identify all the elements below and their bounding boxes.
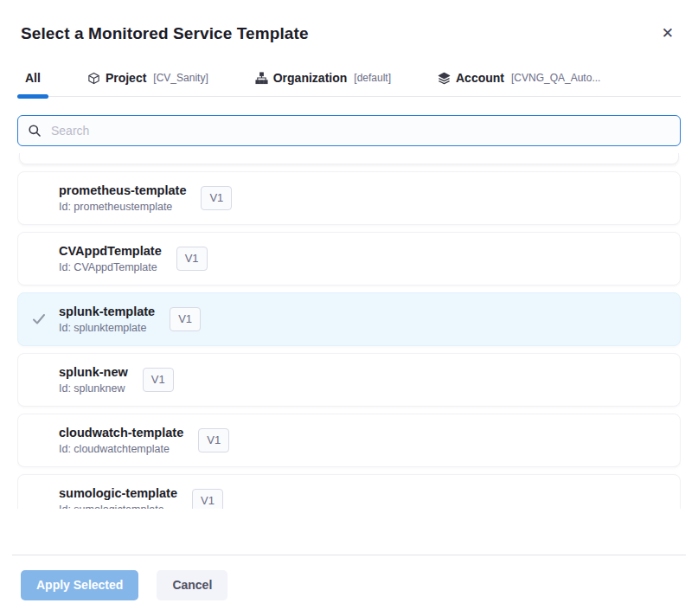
tab-organization-scope: [default] (354, 72, 391, 84)
tab-organization[interactable]: Organization [default] (247, 64, 399, 96)
template-list: prometheus-template Id: prometheustempla… (17, 153, 681, 509)
list-item-partial (19, 153, 679, 164)
template-meta: prometheus-template Id: prometheustempla… (59, 183, 186, 214)
template-meta: CVAppdTemplate Id: CVAppdTemplate (59, 243, 162, 274)
tab-all[interactable]: All (17, 64, 48, 96)
template-name: splunk-new (59, 364, 128, 380)
modal-footer: Apply Selected Cancel (0, 555, 698, 600)
checkmark-icon (18, 311, 59, 327)
template-list-item[interactable]: cloudwatch-template Id: cloudwatchtempla… (17, 414, 681, 467)
template-list-item[interactable]: splunk-template Id: splunktemplate V1 (17, 292, 681, 346)
template-id: Id: CVAppdTemplate (59, 261, 162, 274)
version-badge: V1 (192, 489, 223, 509)
page-title: Select a Monitored Service Template (21, 24, 677, 43)
tab-project[interactable]: Project [CV_Sanity] (80, 64, 216, 96)
template-name: prometheus-template (59, 183, 186, 198)
tab-project-label: Project (106, 71, 146, 85)
template-id: Id: cloudwatchtemplate (59, 443, 183, 456)
cancel-button[interactable]: Cancel (157, 570, 227, 600)
template-list-item[interactable]: CVAppdTemplate Id: CVAppdTemplate V1 (17, 232, 681, 286)
template-select-modal: Select a Monitored Service Template ✕ Al… (0, 0, 698, 616)
template-name: sumologic-template (59, 485, 177, 501)
version-badge: V1 (143, 368, 174, 393)
template-list-item[interactable]: prometheus-template Id: prometheustempla… (17, 171, 681, 225)
sitemap-icon (255, 72, 268, 85)
template-list-item[interactable]: splunk-new Id: splunknew V1 (17, 353, 681, 407)
tab-account-label: Account (456, 71, 504, 85)
tab-organization-label: Organization (273, 71, 348, 85)
template-meta: splunk-new Id: splunknew (59, 364, 128, 395)
template-meta: cloudwatch-template Id: cloudwatchtempla… (59, 425, 183, 456)
scope-tabs: All Project [CV_Sanity] (17, 64, 681, 97)
search-box (17, 115, 681, 146)
template-id: Id: sumologictemplate (59, 504, 177, 509)
template-list-item[interactable]: sumologic-template Id: sumologictemplate… (17, 474, 681, 509)
template-id: Id: splunknew (59, 382, 128, 395)
template-name: CVAppdTemplate (59, 243, 162, 259)
template-name: splunk-template (59, 304, 155, 319)
modal-header: Select a Monitored Service Template ✕ (0, 0, 698, 43)
apply-selected-button[interactable]: Apply Selected (21, 570, 138, 600)
search-icon (28, 124, 42, 138)
template-meta: splunk-template Id: splunktemplate (59, 304, 155, 335)
template-name: cloudwatch-template (59, 425, 183, 440)
cube-icon (87, 72, 100, 85)
layers-icon (438, 72, 451, 85)
version-badge: V1 (198, 428, 229, 453)
search-input[interactable] (49, 123, 670, 138)
template-id: Id: splunktemplate (59, 322, 155, 335)
close-icon[interactable]: ✕ (660, 24, 676, 42)
tab-all-label: All (25, 71, 41, 85)
version-badge: V1 (201, 186, 232, 211)
tab-account-scope: [CVNG_QA_Auto... (511, 72, 600, 84)
template-id: Id: prometheustemplate (59, 201, 186, 214)
tab-account[interactable]: Account [CVNG_QA_Auto... (430, 64, 608, 96)
version-badge: V1 (176, 247, 208, 272)
template-meta: sumologic-template Id: sumologictemplate (59, 485, 177, 509)
tab-project-scope: [CV_Sanity] (153, 72, 208, 84)
version-badge: V1 (170, 307, 201, 332)
